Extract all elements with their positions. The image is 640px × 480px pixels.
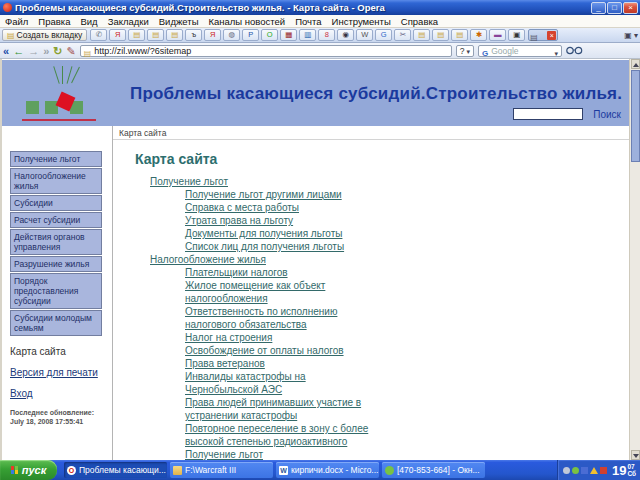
browser-tab[interactable]: ъ (185, 29, 202, 41)
back-icon[interactable] (13, 44, 24, 58)
sitemap-link[interactable]: Справка с места работы (185, 201, 372, 214)
sitemap-link[interactable]: Список лиц для получения льготы (185, 240, 372, 253)
start-button[interactable]: пуск (0, 460, 57, 480)
sidebar-menu-item[interactable]: Разрушение жилья (10, 256, 102, 272)
browser-tab[interactable]: ◍ (223, 29, 240, 41)
taskbar-task-word[interactable]: кирпичи.docx - Micro... (276, 462, 379, 478)
sidebar-menu-item[interactable]: Действия органов управления (10, 229, 102, 255)
fit-to-width-icon[interactable] (566, 46, 583, 55)
sitemap-link[interactable]: Освобождение от оплаты налогов (185, 344, 372, 357)
sitemap-link[interactable]: Документы для получения льготы (185, 227, 372, 240)
tab-strip: ✆Я▤▤▤ъЯ◍PO▦▥8◉WG✂▤▤▤✱▬▣ (90, 29, 525, 41)
scrollbar-thumb[interactable] (631, 70, 640, 162)
login-link[interactable]: Вход (10, 388, 106, 399)
window-titlebar[interactable]: Проблемы касающиеся субсидий.Строительст… (0, 0, 640, 15)
tray-arrow-icon[interactable] (563, 467, 570, 474)
browser-tab[interactable]: O (261, 29, 278, 41)
browser-tab[interactable]: 8 (318, 29, 335, 41)
vertical-scrollbar[interactable] (629, 59, 640, 460)
sidebar-menu-item[interactable]: Налогообложение жилья (10, 168, 102, 194)
tab-close-icon[interactable] (547, 31, 556, 40)
rewind-icon[interactable] (3, 44, 9, 58)
scroll-up-icon[interactable] (631, 59, 640, 69)
restore-button[interactable]: □ (607, 2, 622, 14)
sidebar-menu-item[interactable]: Расчет субсидии (10, 212, 102, 228)
forward-icon[interactable] (28, 44, 39, 58)
minimize-button[interactable]: _ (591, 2, 606, 14)
browser-tab[interactable]: ▤ (147, 29, 164, 41)
sitemap-section-link[interactable]: Налогообложение жилья (150, 253, 372, 266)
sitemap-section-link[interactable]: Получение льгот (150, 175, 372, 188)
menu-item[interactable]: Инструменты (327, 16, 396, 27)
browser-tab[interactable]: ▤ (128, 29, 145, 41)
sitemap-link[interactable]: Налог на строения (185, 331, 372, 344)
scroll-down-icon[interactable] (631, 450, 640, 460)
browser-tab[interactable]: ✱ (470, 29, 487, 41)
window-list-button[interactable] (624, 31, 638, 40)
reload-icon[interactable] (53, 44, 62, 58)
menu-item[interactable]: Вид (75, 16, 102, 27)
browser-tab[interactable]: Я (109, 29, 126, 41)
fast-forward-icon[interactable] (43, 44, 49, 58)
chevron-down-icon[interactable] (554, 42, 558, 60)
taskbar-clock[interactable]: 19 07 Сб (612, 463, 636, 477)
sitemap-link[interactable]: Плательщики налогов (185, 266, 372, 279)
sidebar-menu-item[interactable]: Субсидии молодым семьям (10, 310, 102, 336)
menu-item[interactable]: Виджеты (154, 16, 204, 27)
browser-tab[interactable]: G (375, 29, 392, 41)
browser-tab[interactable]: ✆ (90, 29, 107, 41)
folder-icon (173, 466, 182, 475)
menu-item[interactable]: Каналы новостей (203, 16, 290, 27)
tray-volume-icon[interactable] (600, 467, 607, 474)
sitemap-link[interactable]: Получение льгот (185, 448, 372, 460)
edit-icon[interactable] (66, 44, 75, 58)
site-search-button[interactable]: Поиск (593, 109, 621, 120)
messenger-icon (385, 466, 394, 475)
close-button[interactable]: × (623, 2, 638, 14)
browser-tab[interactable]: P (242, 29, 259, 41)
sidebar-menu-item[interactable]: Порядок предоставления субсидии (10, 273, 102, 309)
sitemap-link[interactable]: Утрата права на льготу (185, 214, 372, 227)
browser-tab[interactable]: ▥ (299, 29, 316, 41)
help-button[interactable]: ? (456, 45, 474, 57)
browser-tab[interactable]: ◉ (337, 29, 354, 41)
menu-item[interactable]: Почта (290, 16, 326, 27)
sitemap-link[interactable]: Права людей принимавших участие в устран… (185, 396, 372, 422)
address-field[interactable]: http://zil.www/?6sitemap (80, 45, 452, 57)
tray-agent-icon[interactable] (572, 467, 579, 474)
sitemap-link[interactable]: Получение льгот другими лицами (185, 188, 372, 201)
tray-network-icon[interactable] (581, 467, 588, 474)
menu-item[interactable]: Файл (0, 16, 33, 27)
browser-tab[interactable]: W (356, 29, 373, 41)
sidebar-menu-item[interactable]: Субсидии (10, 195, 102, 211)
browser-tab[interactable]: ▬ (489, 29, 506, 41)
browser-tab[interactable]: ▦ (280, 29, 297, 41)
sitemap-link[interactable]: Права ветеранов (185, 357, 372, 370)
browser-tab[interactable]: ▤ (413, 29, 430, 41)
new-tab-button[interactable]: Создать вкладку (2, 29, 87, 41)
taskbar-task-messenger[interactable]: [470-853-664] - Окн... (382, 462, 485, 478)
sidebar-menu-item[interactable]: Получение льгот (10, 151, 102, 167)
sitemap-link[interactable]: Инвалиды катастрофы на Чернобыльской АЭС (185, 370, 372, 396)
browser-tab[interactable]: Я (204, 29, 221, 41)
sitemap-link[interactable]: Жилое помещение как объект налогообложен… (185, 279, 372, 305)
menu-item[interactable]: Правка (33, 16, 75, 27)
taskbar-task-opera[interactable]: Проблемы касающи... (64, 462, 167, 478)
menu-item[interactable]: Закладки (103, 16, 154, 27)
site-search-input[interactable] (513, 108, 583, 120)
browser-tab[interactable]: ▤ (166, 29, 183, 41)
breadcrumb[interactable]: Карта сайта (113, 126, 629, 140)
menu-item[interactable]: Справка (396, 16, 443, 27)
sitemap-link[interactable]: Повторное переселение в зону с более выс… (185, 422, 372, 448)
taskbar-task-folder[interactable]: F:\Warcraft III (170, 462, 273, 478)
active-browser-tab[interactable] (528, 29, 558, 41)
browser-tab[interactable]: ▤ (432, 29, 449, 41)
browser-tab[interactable]: ▤ (451, 29, 468, 41)
browser-tab[interactable]: ✂ (394, 29, 411, 41)
tray-warning-icon[interactable] (590, 467, 598, 474)
word-icon (279, 466, 288, 475)
web-search-field[interactable]: Google (478, 45, 562, 57)
browser-tab[interactable]: ▣ (508, 29, 525, 41)
sitemap-link[interactable]: Ответственность по исполнению налогового… (185, 305, 372, 331)
print-version-link[interactable]: Версия для печати (10, 367, 106, 378)
